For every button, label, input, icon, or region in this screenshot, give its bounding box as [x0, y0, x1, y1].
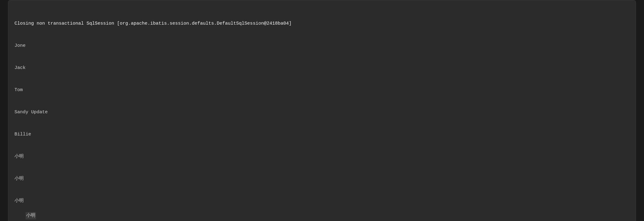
terminal-window: Closing non transactional SqlSession [or… — [8, 0, 636, 221]
terminal-line-4: Tom — [14, 86, 630, 94]
terminal-line-8: 小明 — [14, 175, 630, 183]
terminal-line-2: Jone — [14, 42, 630, 50]
terminal-line-6: Billie — [14, 131, 630, 138]
terminal-line-3: Jack — [14, 64, 630, 72]
terminal-line-5: Sandy Update — [14, 109, 630, 116]
terminal-output: Closing non transactional SqlSession [or… — [14, 5, 630, 221]
terminal-line-9: 小明 — [14, 197, 630, 205]
terminal-line-10: 小明 — [26, 212, 36, 219]
terminal-line-1: Closing non transactional SqlSession [or… — [14, 20, 630, 27]
terminal-line-7: 小明 — [14, 153, 630, 160]
